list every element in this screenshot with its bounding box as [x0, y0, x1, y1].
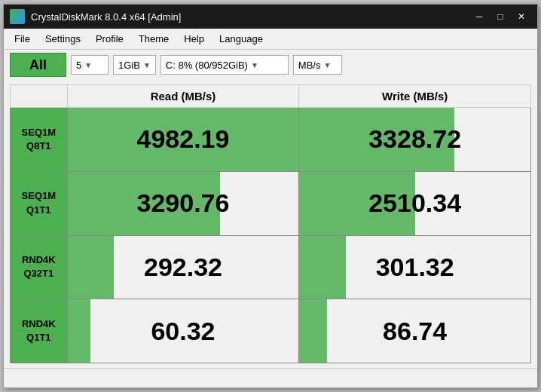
row-label-2: RND4KQ32T1	[11, 235, 68, 299]
main-window: CrystalDiskMark 8.0.4 x64 [Admin] ─ □ ✕ …	[3, 4, 538, 388]
size-value: 1GiB	[118, 60, 140, 71]
write-text-2: 301.32	[376, 253, 454, 281]
size-dropdown[interactable]: 1GiB ▼	[113, 55, 156, 75]
unit-dropdown[interactable]: MB/s ▼	[293, 55, 342, 75]
menu-bar: File Settings Profile Theme Help Languag…	[4, 29, 537, 50]
status-bar	[4, 368, 537, 387]
read-text-1: 3290.76	[137, 188, 230, 217]
read-header: Read (MB/s)	[67, 85, 299, 108]
menu-help[interactable]: Help	[176, 31, 212, 47]
window-controls: ─ □ ✕	[469, 9, 531, 24]
read-value-2: 292.32	[67, 235, 299, 299]
window-title: CrystalDiskMark 8.0.4 x64 [Admin]	[31, 11, 469, 23]
row-label-0: SEQ1MQ8T1	[11, 108, 68, 172]
title-bar: CrystalDiskMark 8.0.4 x64 [Admin] ─ □ ✕	[4, 5, 537, 29]
write-text-1: 2510.34	[368, 188, 461, 217]
read-value-3: 60.32	[67, 299, 299, 363]
size-arrow: ▼	[143, 61, 151, 69]
runs-value: 5	[76, 60, 81, 71]
close-button[interactable]: ✕	[512, 9, 531, 24]
app-icon	[10, 9, 25, 24]
menu-file[interactable]: File	[7, 31, 38, 47]
menu-settings[interactable]: Settings	[38, 31, 88, 47]
benchmark-table: Read (MB/s) Write (MB/s) SEQ1MQ8T1 4982.…	[10, 84, 531, 363]
read-value-1: 3290.76	[67, 171, 299, 235]
read-bar-2	[68, 236, 114, 299]
maximize-button[interactable]: □	[491, 9, 510, 24]
read-text-3: 60.32	[151, 317, 215, 345]
drive-dropdown[interactable]: C: 8% (80/952GiB) ▼	[160, 55, 289, 75]
read-text-0: 4982.19	[137, 124, 230, 153]
label-header	[11, 85, 68, 108]
drive-arrow: ▼	[251, 61, 258, 69]
write-value-2: 301.32	[299, 235, 531, 299]
runs-arrow: ▼	[84, 61, 92, 69]
toolbar: All 5 ▼ 1GiB ▼ C: 8% (80/952GiB) ▼ MB/s …	[4, 50, 537, 80]
write-value-1: 2510.34	[299, 171, 531, 235]
menu-profile[interactable]: Profile	[88, 31, 131, 47]
write-bar-3	[299, 299, 327, 363]
write-bar-2	[299, 236, 345, 299]
drive-value: C: 8% (80/952GiB)	[166, 60, 248, 71]
row-label-1: SEQ1MQ1T1	[11, 171, 68, 235]
runs-dropdown[interactable]: 5 ▼	[71, 55, 109, 75]
row-label-3: RND4KQ1T1	[11, 299, 68, 363]
minimize-button[interactable]: ─	[469, 9, 489, 24]
read-value-0: 4982.19	[67, 108, 299, 172]
write-text-0: 3328.72	[368, 124, 461, 153]
read-text-2: 292.32	[144, 253, 222, 281]
unit-arrow: ▼	[323, 61, 331, 69]
unit-value: MB/s	[298, 60, 321, 71]
menu-theme[interactable]: Theme	[131, 31, 176, 47]
menu-language[interactable]: Language	[212, 31, 270, 47]
read-bar-3	[68, 299, 91, 363]
write-header: Write (MB/s)	[299, 85, 531, 108]
write-text-3: 86.74	[383, 317, 447, 345]
main-content: Read (MB/s) Write (MB/s) SEQ1MQ8T1 4982.…	[4, 80, 537, 368]
write-value-3: 86.74	[299, 299, 531, 363]
write-value-0: 3328.72	[299, 108, 531, 172]
all-button[interactable]: All	[10, 53, 66, 77]
